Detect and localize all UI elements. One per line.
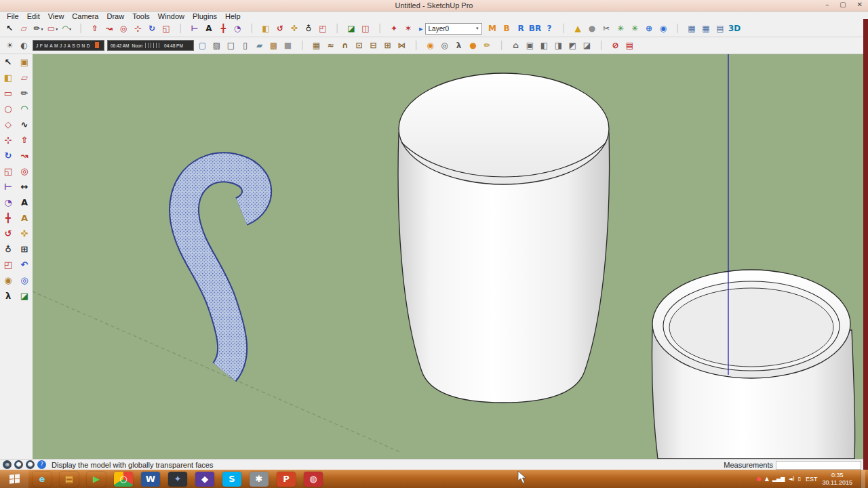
sandbox-smoove[interactable]: ∩ (338, 39, 352, 53)
view-left-button[interactable]: ◪ (580, 39, 594, 53)
grid-toolbar-2[interactable]: ▦ (699, 22, 713, 36)
shaded-textures-button[interactable]: ▩ (267, 39, 281, 53)
tape-measure-tool[interactable]: ⊢ (0, 179, 16, 195)
menu-item[interactable]: Help (221, 12, 245, 20)
scale-tool[interactable]: ◱ (159, 22, 174, 36)
protractor-tool[interactable]: ◔ (0, 195, 16, 210)
menu-item[interactable]: Camera (68, 12, 102, 20)
axes-tool[interactable]: ╋ (0, 210, 16, 226)
text-tool[interactable]: A (202, 22, 216, 36)
mug-body[interactable] (398, 73, 610, 403)
menu-item[interactable]: Window (154, 12, 189, 20)
arc-tool[interactable]: ◠ ▾ (60, 22, 74, 36)
annotate-button[interactable]: ✏ (480, 39, 494, 53)
plugin-badge-m[interactable]: M (486, 22, 500, 36)
taskbar-powerpoint[interactable]: P (277, 472, 296, 487)
rotate-tool[interactable]: ↻ (145, 22, 159, 36)
sandbox-add-detail[interactable]: ⊞ (380, 39, 395, 53)
taskbar-clock[interactable]: 0:35 30.11.2015 (823, 472, 852, 486)
shadow-time-slider[interactable]: 06:42 AM Noon 04:48 PM (107, 40, 194, 51)
line-tool[interactable]: ✏ (16, 85, 33, 101)
tray-hidden-icons-arrow[interactable]: ▲ (765, 476, 769, 482)
signin-icon[interactable]: ☻ (26, 460, 35, 469)
plugin-globe-tool[interactable]: ⊕ (642, 22, 656, 36)
plugin-badge-r[interactable]: R (514, 22, 528, 36)
orbit-tool[interactable]: ↺ (273, 22, 288, 36)
hidden-line-button[interactable]: ▯ (238, 39, 252, 53)
freehand-tool[interactable]: ∿ (16, 117, 33, 132)
zoom-extents-tool[interactable]: ◰ (0, 257, 16, 272)
view-top-button[interactable]: ▣ (523, 39, 537, 53)
previous-view-tool[interactable]: ↶ (16, 257, 33, 272)
look-around-tool[interactable]: ◎ (16, 272, 33, 288)
position-camera-button[interactable]: ◉ (423, 39, 437, 53)
window-titlebar[interactable]: Untitled - SketchUp Pro – ▢ ✕ (0, 0, 868, 12)
follow-me-tool[interactable]: ↝ (16, 148, 33, 163)
rectangle-tool[interactable]: ▭ (0, 85, 16, 101)
section-plane-tool[interactable]: ◪ (344, 22, 359, 36)
menu-item[interactable]: View (44, 12, 68, 20)
tray-record-icon[interactable]: ● (757, 476, 762, 482)
plugin-button-2[interactable]: ✶ (401, 22, 416, 36)
pan-tool[interactable]: ✜ (288, 22, 302, 36)
make-component-tool[interactable]: ▣ (16, 54, 33, 70)
taskbar-red-app[interactable]: ◍ (304, 472, 323, 487)
taskbar-tools-app[interactable]: ✱ (250, 472, 269, 487)
plugin-info-tool[interactable]: ◉ (656, 22, 671, 36)
show-desktop-button[interactable] (861, 470, 865, 488)
layer-select[interactable]: Layer0 ▾ (425, 23, 482, 35)
zoom-window-tool[interactable]: ⊞ (16, 241, 33, 257)
text-tool[interactable]: A (16, 195, 33, 210)
plugin-badge-b[interactable]: B (500, 22, 514, 36)
walk-button[interactable]: λ (452, 39, 466, 53)
rotate-tool[interactable]: ↻ (0, 148, 16, 163)
sandbox-from-contours[interactable]: ≈ (323, 39, 338, 53)
view-back-button[interactable]: ◩ (566, 39, 580, 53)
follow-me-tool[interactable]: ↝ (102, 22, 117, 36)
push-pull-tool[interactable]: ⇧ (16, 132, 33, 148)
shadow-settings-button[interactable]: ☀ (3, 39, 17, 53)
3d-text-tool[interactable]: A (16, 210, 33, 226)
tray-network-icon[interactable]: ▂▄▆ (772, 476, 785, 482)
paint-bucket-tool[interactable]: ◧ (259, 22, 273, 36)
date-slider-handle[interactable] (95, 42, 99, 48)
taskbar-word[interactable]: W (141, 472, 160, 487)
line-tool[interactable]: ✏ ▾ (31, 22, 45, 36)
plugin-help-badge[interactable]: ? (542, 22, 557, 36)
taskbar-skype[interactable]: S (222, 472, 241, 487)
protractor-tool[interactable]: ◔ (231, 22, 245, 36)
sandbox-drape[interactable]: ⊟ (366, 39, 380, 53)
shadow-toggle-button[interactable]: ◐ (17, 39, 31, 53)
viewport-canvas[interactable] (33, 54, 868, 459)
measurements-box[interactable] (776, 461, 861, 470)
taskbar-purple-app[interactable]: ◆ (195, 472, 214, 487)
polygon-tool[interactable]: ◇ (0, 117, 16, 132)
orbit-tool[interactable]: ↺ (0, 226, 16, 241)
taskbar-explorer[interactable]: ▤ (60, 472, 79, 487)
badge-3d[interactable]: 3D (728, 22, 742, 36)
menu-item[interactable]: Tools (128, 12, 154, 20)
view-front-button[interactable]: ◧ (537, 39, 551, 53)
shaded-button[interactable]: ▰ (252, 39, 267, 53)
move-tool[interactable]: ⊹ (131, 22, 145, 36)
grid-toolbar-1[interactable]: ▦ (685, 22, 699, 36)
paint-bucket-tool[interactable]: ◧ (0, 70, 16, 85)
language-indicator[interactable]: EST (806, 476, 818, 483)
mug-right[interactable] (652, 270, 854, 459)
offset-tool[interactable]: ◎ (117, 22, 131, 36)
close-button[interactable]: ✕ (857, 1, 863, 8)
mug-handle-selected[interactable] (184, 167, 257, 372)
disable-snap-button[interactable]: ⊘ (608, 39, 623, 53)
modeling-viewport[interactable] (33, 54, 868, 459)
axes-tool[interactable]: ╋ (216, 22, 231, 36)
taskbar-chrome[interactable]: ○ (114, 472, 133, 487)
monochrome-button[interactable]: ■ (281, 39, 295, 53)
zoom-extents-tool[interactable]: ◰ (316, 22, 330, 36)
scale-tool[interactable]: ◱ (0, 163, 16, 179)
move-tool[interactable]: ⊹ (0, 132, 16, 148)
start-button[interactable] (0, 470, 28, 488)
camera-orange-button[interactable]: ● (466, 39, 480, 53)
sandbox-flip-edge[interactable]: ⋈ (395, 39, 409, 53)
bricks-material-button[interactable]: ▤ (623, 39, 637, 53)
rectangle-tool[interactable]: ▭ ▾ (45, 22, 60, 36)
